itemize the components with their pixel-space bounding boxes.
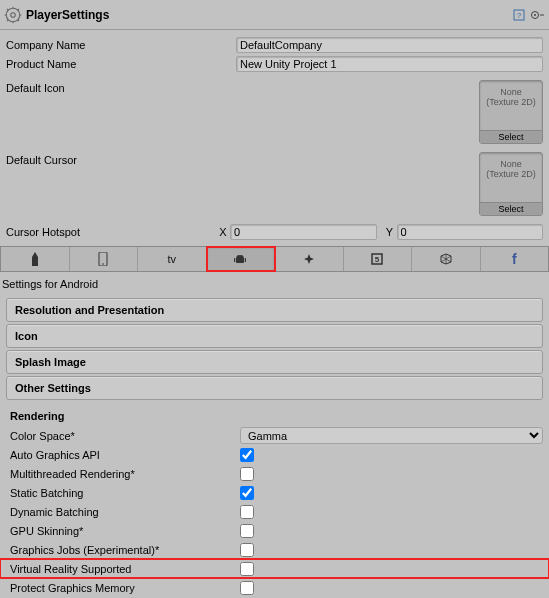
- tab-tvos[interactable]: tv: [138, 247, 207, 271]
- page-title: PlayerSettings: [26, 8, 109, 22]
- default-icon-select-button[interactable]: Select: [480, 130, 542, 143]
- svg-rect-20: [234, 258, 235, 262]
- protect-mem-label: Protect Graphics Memory: [10, 582, 240, 594]
- help-icon[interactable]: ?: [511, 7, 527, 23]
- product-name-label: Product Name: [6, 58, 236, 70]
- default-icon-label: Default Icon: [6, 80, 236, 94]
- section-icon[interactable]: Icon: [6, 324, 543, 348]
- tab-samsungtv[interactable]: [412, 247, 481, 271]
- section-resolution[interactable]: Resolution and Presentation: [6, 298, 543, 322]
- tab-facebook[interactable]: f: [481, 247, 549, 271]
- gear-icon: [4, 6, 22, 24]
- svg-line-6: [7, 9, 9, 11]
- dynamic-batch-checkbox[interactable]: [240, 505, 254, 519]
- default-icon-slot[interactable]: None (Texture 2D) Select: [479, 80, 543, 144]
- auto-graphics-label: Auto Graphics API: [10, 449, 240, 461]
- company-name-field[interactable]: [236, 37, 543, 53]
- settings-for-label: Settings for Android: [0, 272, 549, 296]
- tab-ios[interactable]: [70, 247, 139, 271]
- tab-tizen[interactable]: [275, 247, 344, 271]
- svg-rect-21: [245, 258, 246, 262]
- company-name-label: Company Name: [6, 39, 236, 51]
- rendering-heading: Rendering: [0, 402, 549, 426]
- graphics-jobs-checkbox[interactable]: [240, 543, 254, 557]
- vr-supported-checkbox[interactable]: [240, 562, 254, 576]
- svg-line-8: [7, 19, 9, 21]
- section-splash[interactable]: Splash Image: [6, 350, 543, 374]
- texture-type-text: (Texture 2D): [480, 97, 542, 107]
- default-cursor-label: Default Cursor: [6, 152, 236, 166]
- svg-point-13: [534, 14, 536, 16]
- svg-point-1: [11, 12, 16, 17]
- protect-mem-checkbox[interactable]: [240, 581, 254, 595]
- hotspot-y-label: Y: [383, 226, 397, 238]
- hotspot-y-field[interactable]: [397, 224, 544, 240]
- gpu-skin-checkbox[interactable]: [240, 524, 254, 538]
- inspector-titlebar: PlayerSettings ?: [0, 0, 549, 30]
- settings-menu-icon[interactable]: [529, 7, 545, 23]
- svg-line-9: [18, 9, 20, 11]
- color-space-field[interactable]: Gamma: [240, 427, 543, 444]
- tab-webgl[interactable]: 5: [344, 247, 413, 271]
- gpu-skin-label: GPU Skinning*: [10, 525, 240, 537]
- static-batch-checkbox[interactable]: [240, 486, 254, 500]
- hotspot-x-field[interactable]: [230, 224, 377, 240]
- vr-supported-label: Virtual Reality Supported: [10, 563, 240, 575]
- auto-graphics-checkbox[interactable]: [240, 448, 254, 462]
- default-cursor-select-button[interactable]: Select: [480, 202, 542, 215]
- tab-standalone[interactable]: [1, 247, 70, 271]
- svg-text:?: ?: [517, 11, 522, 20]
- texture-none-text: None: [480, 87, 542, 97]
- static-batch-label: Static Batching: [10, 487, 240, 499]
- product-name-field[interactable]: [236, 56, 543, 72]
- texture-type-text: (Texture 2D): [480, 169, 542, 179]
- tab-android[interactable]: [207, 247, 276, 271]
- section-other[interactable]: Other Settings: [6, 376, 543, 400]
- default-cursor-slot[interactable]: None (Texture 2D) Select: [479, 152, 543, 216]
- svg-rect-17: [236, 257, 244, 263]
- cursor-hotspot-label: Cursor Hotspot: [6, 226, 216, 238]
- svg-text:5: 5: [375, 255, 380, 264]
- svg-point-16: [102, 263, 104, 265]
- svg-line-7: [18, 19, 20, 21]
- hotspot-x-label: X: [216, 226, 230, 238]
- multithreaded-checkbox[interactable]: [240, 467, 254, 481]
- graphics-jobs-label: Graphics Jobs (Experimental)*: [10, 544, 240, 556]
- texture-none-text: None: [480, 159, 542, 169]
- multithreaded-label: Multithreaded Rendering*: [10, 468, 240, 480]
- color-space-label: Color Space*: [10, 430, 240, 442]
- platform-tabs: tv 5 f: [0, 246, 549, 272]
- dynamic-batch-label: Dynamic Batching: [10, 506, 240, 518]
